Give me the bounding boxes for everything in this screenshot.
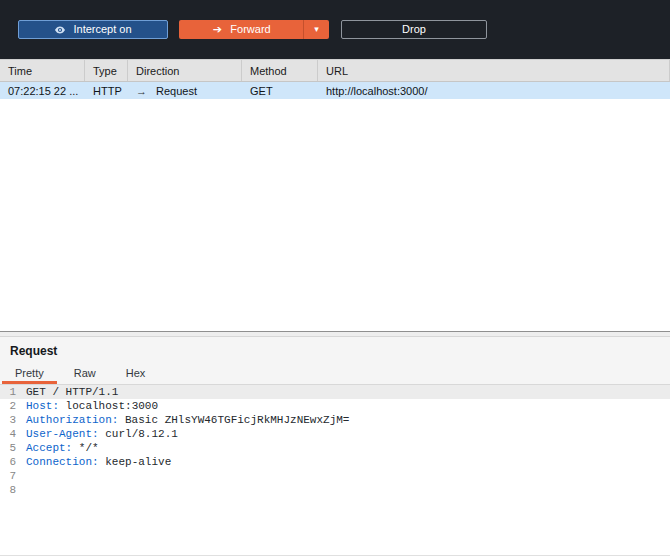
editor-line: 6Connection: keep-alive bbox=[0, 455, 670, 469]
forward-arrow-icon: ➔ bbox=[211, 24, 223, 36]
line-number: 5 bbox=[0, 441, 16, 455]
drop-button[interactable]: Drop bbox=[341, 20, 487, 39]
editor-line: 1GET / HTTP/1.1 bbox=[0, 385, 670, 399]
eye-icon bbox=[54, 24, 66, 36]
intercept-queue-table: TimeTypeDirectionMethodURL 07:22:15 22 .… bbox=[0, 59, 670, 99]
column-header-url[interactable]: URL bbox=[318, 60, 670, 81]
direction-label: Request bbox=[156, 85, 197, 97]
line-number: 6 bbox=[0, 455, 16, 469]
cell-method: GET bbox=[242, 82, 318, 99]
line-number: 2 bbox=[0, 399, 16, 413]
line-content: Accept: */* bbox=[16, 441, 99, 455]
request-panel: Request PrettyRawHex 1GET / HTTP/1.12Hos… bbox=[0, 337, 670, 556]
cell-type: HTTP bbox=[85, 82, 128, 99]
cell-url: http://localhost:3000/ bbox=[318, 82, 670, 99]
table-row[interactable]: 07:22:15 22 ...HTTP→RequestGEThttp://loc… bbox=[0, 82, 670, 99]
segment-header-name: Accept: bbox=[26, 442, 72, 454]
cell-direction: →Request bbox=[128, 82, 242, 99]
request-editor[interactable]: 1GET / HTTP/1.12Host: localhost:30003Aut… bbox=[0, 385, 670, 556]
editor-line: 2Host: localhost:3000 bbox=[0, 399, 670, 413]
editor-line: 8 bbox=[0, 483, 670, 497]
tab-hex[interactable]: Hex bbox=[111, 361, 161, 384]
line-number: 3 bbox=[0, 413, 16, 427]
segment-header-name: User-Agent: bbox=[26, 428, 99, 440]
column-header-method[interactable]: Method bbox=[242, 60, 318, 81]
line-number: 7 bbox=[0, 469, 16, 483]
cell-time: 07:22:15 22 ... bbox=[0, 82, 85, 99]
intercept-toggle-button[interactable]: Intercept on bbox=[18, 20, 168, 39]
direction-arrow-icon: → bbox=[136, 85, 147, 97]
line-number: 4 bbox=[0, 427, 16, 441]
table-body: 07:22:15 22 ...HTTP→RequestGEThttp://loc… bbox=[0, 82, 670, 99]
column-header-direction[interactable]: Direction bbox=[128, 60, 242, 81]
line-content bbox=[16, 469, 26, 483]
line-content: Connection: keep-alive bbox=[16, 455, 171, 469]
column-header-type[interactable]: Type bbox=[85, 60, 128, 81]
chevron-down-icon: ▾ bbox=[314, 25, 319, 34]
editor-line: 5Accept: */* bbox=[0, 441, 670, 455]
column-header-time[interactable]: Time bbox=[0, 60, 85, 81]
request-view-tabbar: PrettyRawHex bbox=[0, 361, 670, 385]
segment-header-value: localhost:3000 bbox=[59, 400, 158, 412]
tab-raw[interactable]: Raw bbox=[59, 361, 111, 384]
segment-request-line: GET / HTTP/1.1 bbox=[26, 386, 118, 398]
forward-button-group: ➔ Forward ▾ bbox=[179, 20, 329, 39]
segment-header-value: curl/8.12.1 bbox=[99, 428, 178, 440]
segment-header-value: */* bbox=[72, 442, 98, 454]
line-content: User-Agent: curl/8.12.1 bbox=[16, 427, 178, 441]
intercept-toggle-label: Intercept on bbox=[73, 24, 131, 35]
line-content bbox=[16, 483, 26, 497]
empty-queue-area bbox=[0, 99, 670, 331]
line-number: 8 bbox=[0, 483, 16, 497]
line-content: Host: localhost:3000 bbox=[16, 399, 158, 413]
intercept-toolbar: Intercept on ➔ Forward ▾ Drop bbox=[0, 0, 670, 59]
editor-line: 7 bbox=[0, 469, 670, 483]
forward-button-label: Forward bbox=[230, 24, 270, 35]
line-content: Authorization: Basic ZHlsYW46TGFicjRkMHJ… bbox=[16, 413, 349, 427]
forward-dropdown-button[interactable]: ▾ bbox=[303, 20, 329, 39]
table-header: TimeTypeDirectionMethodURL bbox=[0, 59, 670, 82]
segment-header-name: Host: bbox=[26, 400, 59, 412]
editor-line: 4User-Agent: curl/8.12.1 bbox=[0, 427, 670, 441]
proxy-intercept-view: Intercept on ➔ Forward ▾ Drop TimeTypeDi… bbox=[0, 0, 670, 556]
line-number: 1 bbox=[0, 385, 16, 399]
forward-button[interactable]: ➔ Forward bbox=[179, 20, 303, 39]
segment-header-value: Basic ZHlsYW46TGFicjRkMHJzNEwxZjM= bbox=[118, 414, 349, 426]
line-content: GET / HTTP/1.1 bbox=[16, 385, 118, 399]
editor-line: 3Authorization: Basic ZHlsYW46TGFicjRkMH… bbox=[0, 413, 670, 427]
tab-pretty[interactable]: Pretty bbox=[0, 361, 59, 384]
segment-header-name: Connection: bbox=[26, 456, 99, 468]
segment-header-value: keep-alive bbox=[99, 456, 172, 468]
segment-header-name: Authorization: bbox=[26, 414, 118, 426]
request-panel-title: Request bbox=[0, 337, 670, 361]
